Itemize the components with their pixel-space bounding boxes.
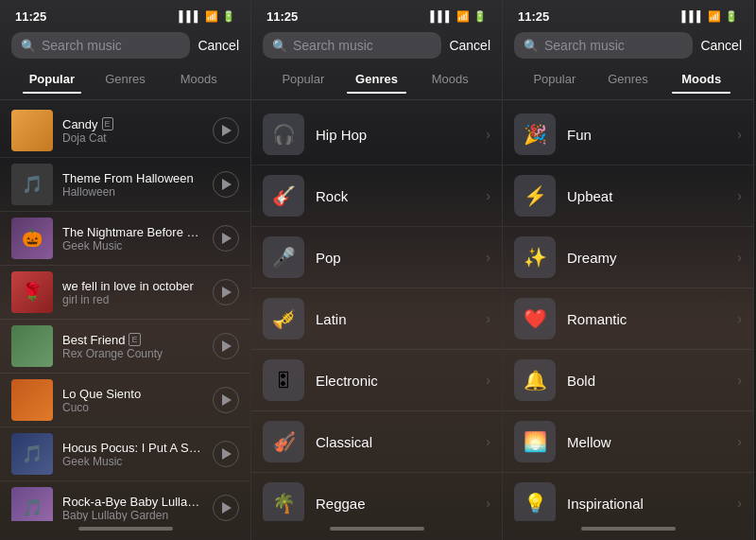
- status-bar-2: 11:25 ▌▌▌ 📶 🔋: [251, 0, 502, 28]
- genre-icon-reggae: 🌴: [263, 482, 304, 521]
- play-button-lullaby[interactable]: [213, 495, 239, 521]
- status-time-1: 11:25: [15, 9, 46, 24]
- home-bar-3: [581, 527, 676, 531]
- battery-icon-3: 🔋: [725, 10, 738, 23]
- mood-item-mellow[interactable]: 🌅 Mellow ›: [503, 411, 753, 473]
- tab-genres-3[interactable]: Genres: [592, 66, 665, 92]
- mood-item-inspirational[interactable]: 💡 Inspirational ›: [503, 473, 753, 521]
- genre-name-classical: Classical: [316, 434, 474, 450]
- song-title-bestfriend: Best Friend: [62, 333, 125, 347]
- genre-item-pop[interactable]: 🎤 Pop ›: [251, 227, 502, 288]
- tab-genres-2[interactable]: Genres: [340, 66, 414, 92]
- genre-item-rock[interactable]: 🎸 Rock ›: [251, 165, 502, 227]
- mood-item-fun[interactable]: 🎉 Fun ›: [503, 104, 753, 165]
- genre-item-classical[interactable]: 🎻 Classical ›: [251, 411, 502, 473]
- play-button-nightmare[interactable]: [213, 225, 239, 252]
- chevron-rock: ›: [486, 188, 490, 203]
- mood-name-upbeat: Upbeat: [567, 188, 726, 204]
- tab-popular-3[interactable]: Popular: [518, 66, 592, 92]
- home-indicator-2: [251, 521, 502, 540]
- search-bar-2[interactable]: 🔍 Search music Cancel: [263, 32, 490, 59]
- genre-icon-latin: 🎺: [263, 298, 304, 340]
- tab-genres-1[interactable]: Genres: [89, 66, 163, 92]
- song-title-halloween: Theme From Halloween: [62, 171, 194, 185]
- genre-item-hiphop[interactable]: 🎧 Hip Hop ›: [251, 104, 502, 165]
- status-icons-2: ▌▌▌ 📶 🔋: [431, 10, 487, 23]
- cancel-button-3[interactable]: Cancel: [700, 38, 742, 53]
- mood-list: 🎉 Fun › ⚡ Upbeat › ✨ Dreamy › ❤️ Romanti…: [503, 104, 753, 521]
- tabs-3: Popular Genres Moods: [503, 66, 753, 92]
- panel-genres: 11:25 ▌▌▌ 📶 🔋 🔍 Search music Cancel Popu…: [251, 0, 503, 540]
- search-input-wrap-2[interactable]: 🔍 Search music: [263, 32, 441, 59]
- mood-item-bold[interactable]: 🔔 Bold ›: [503, 350, 753, 411]
- status-bar-3: 11:25 ▌▌▌ 📶 🔋: [503, 0, 753, 28]
- song-artist-lullaby: Baby Lullaby Garden: [62, 509, 203, 522]
- song-artist-nightmare: Geek Music: [62, 239, 203, 253]
- tab-popular-1[interactable]: Popular: [15, 66, 89, 92]
- song-title-candy: Candy: [62, 117, 98, 131]
- chevron-fun: ›: [737, 127, 742, 142]
- cancel-button-1[interactable]: Cancel: [198, 38, 239, 53]
- genre-icon-classical: 🎻: [263, 421, 304, 462]
- song-item-nightmare[interactable]: 🎃 The Nightmare Before Christmas... Geek…: [0, 212, 250, 266]
- song-art-candy: [11, 110, 53, 151]
- song-art-october: 🌹: [11, 271, 53, 313]
- home-indicator-1: [0, 521, 250, 540]
- play-button-loque[interactable]: [213, 387, 239, 413]
- search-placeholder-2: Search music: [293, 38, 373, 53]
- play-button-hocus[interactable]: [213, 441, 239, 467]
- mood-item-dreamy[interactable]: ✨ Dreamy ›: [503, 227, 753, 288]
- tab-moods-3[interactable]: Moods: [664, 66, 738, 92]
- chevron-reggae: ›: [486, 496, 490, 511]
- search-input-wrap-1[interactable]: 🔍 Search music: [11, 32, 190, 59]
- signal-icon-3: ▌▌▌: [682, 10, 704, 22]
- chevron-upbeat: ›: [737, 188, 742, 203]
- mood-icon-dreamy: ✨: [514, 236, 556, 278]
- genre-icon-hiphop: 🎧: [263, 113, 304, 155]
- song-item-bestfriend[interactable]: Best Friend E Rex Orange County: [0, 320, 250, 374]
- mood-item-romantic[interactable]: ❤️ Romantic ›: [503, 288, 753, 350]
- genre-name-latin: Latin: [316, 311, 474, 327]
- status-time-3: 11:25: [518, 9, 549, 24]
- genre-list: 🎧 Hip Hop › 🎸 Rock › 🎤 Pop › 🎺 Latin › 🎛…: [251, 104, 502, 521]
- chevron-latin: ›: [486, 311, 490, 326]
- search-icon-3: 🔍: [524, 39, 539, 53]
- cancel-button-2[interactable]: Cancel: [449, 38, 490, 53]
- song-item-loque[interactable]: Lo Que Siento Cuco: [0, 374, 250, 427]
- play-button-candy[interactable]: [213, 117, 239, 144]
- search-bar-3[interactable]: 🔍 Search music Cancel: [514, 32, 742, 59]
- status-icons-3: ▌▌▌ 📶 🔋: [682, 10, 738, 23]
- mood-name-dreamy: Dreamy: [567, 250, 726, 266]
- mood-icon-inspirational: 💡: [514, 482, 556, 521]
- genre-item-electronic[interactable]: 🎛 Electronic ›: [251, 350, 502, 411]
- search-bar-1[interactable]: 🔍 Search music Cancel: [11, 32, 239, 59]
- song-item-lullaby[interactable]: 🎵 Rock-a-Bye Baby Lullaby Nurs... Baby L…: [0, 481, 250, 521]
- song-item-halloween[interactable]: 🎵 Theme From Halloween Halloween: [0, 158, 250, 212]
- play-button-october[interactable]: [213, 279, 239, 305]
- tab-moods-1[interactable]: Moods: [162, 66, 235, 92]
- status-time-2: 11:25: [266, 9, 298, 24]
- song-info-loque: Lo Que Siento Cuco: [62, 387, 203, 414]
- song-item-candy[interactable]: Candy E Doja Cat: [0, 104, 250, 158]
- battery-icon: 🔋: [222, 10, 235, 23]
- song-item-october[interactable]: 🌹 we fell in love in october girl in red: [0, 266, 250, 320]
- chevron-hiphop: ›: [486, 127, 490, 142]
- tab-moods-2[interactable]: Moods: [413, 66, 487, 92]
- genre-item-reggae[interactable]: 🌴 Reggae ›: [251, 473, 502, 521]
- genre-icon-electronic: 🎛: [263, 359, 304, 401]
- genre-item-latin[interactable]: 🎺 Latin ›: [251, 288, 502, 350]
- status-icons-1: ▌▌▌ 📶 🔋: [180, 10, 235, 23]
- tab-popular-2[interactable]: Popular: [266, 66, 340, 92]
- mood-icon-mellow: 🌅: [514, 421, 556, 462]
- status-bar-1: 11:25 ▌▌▌ 📶 🔋: [0, 0, 250, 28]
- song-item-hocus[interactable]: 🎵 Hocus Pocus: I Put A Spell On You Geek…: [0, 427, 250, 481]
- mood-name-romantic: Romantic: [567, 311, 726, 327]
- mood-item-upbeat[interactable]: ⚡ Upbeat ›: [503, 165, 753, 227]
- home-bar-1: [78, 527, 173, 531]
- play-button-bestfriend[interactable]: [213, 333, 239, 359]
- tabs-divider-2: [251, 99, 502, 100]
- play-button-halloween[interactable]: [213, 171, 239, 198]
- explicit-badge-candy: E: [102, 117, 113, 131]
- mood-name-mellow: Mellow: [567, 434, 726, 450]
- search-input-wrap-3[interactable]: 🔍 Search music: [514, 32, 693, 59]
